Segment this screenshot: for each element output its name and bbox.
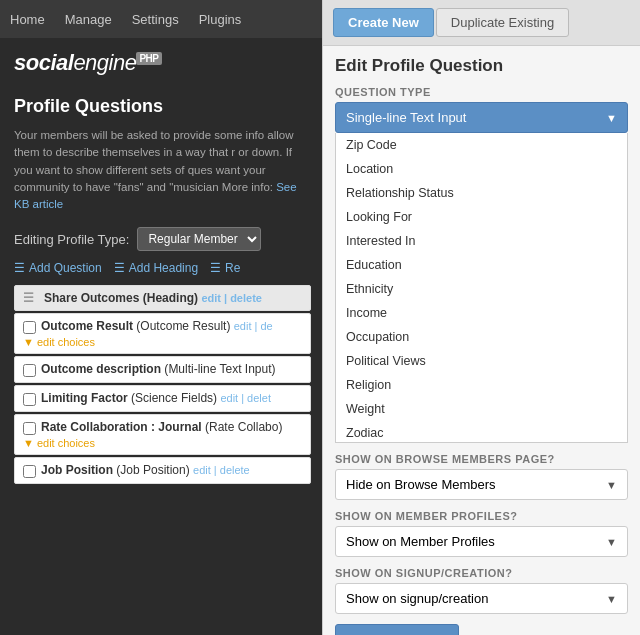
list-item: Outcome description (Multi-line Text Inp… bbox=[14, 356, 311, 383]
show-browse-label: SHOW ON BROWSE MEMBERS PAGE? bbox=[335, 453, 628, 465]
item-checkbox[interactable] bbox=[23, 422, 36, 435]
reorder-link[interactable]: ☰ Re bbox=[210, 261, 240, 275]
question-list: ☰ Share Outcomes (Heading) edit | delete… bbox=[14, 285, 311, 484]
arrow-down-icon: ▼ bbox=[23, 336, 34, 348]
add-heading-link[interactable]: ☰ Add Heading bbox=[114, 261, 198, 275]
edit-profile-question-title: Edit Profile Question bbox=[335, 56, 628, 76]
show-profiles-field: Show on Member Profiles ▼ bbox=[335, 526, 628, 557]
dropdown-list[interactable]: Zip Code Location Relationship Status Lo… bbox=[335, 133, 628, 443]
action-bar: ☰ Add Question ☰ Add Heading ☰ Re bbox=[14, 261, 311, 275]
show-signup-select[interactable]: Show on signup/creation ▼ bbox=[335, 583, 628, 614]
editing-label: Editing Profile Type: Regular Member bbox=[14, 227, 311, 251]
save-question-button[interactable]: Save Question bbox=[335, 624, 459, 635]
dropdown-item-zip-code[interactable]: Zip Code bbox=[336, 133, 627, 157]
dropdown-item-looking-for[interactable]: Looking For bbox=[336, 205, 627, 229]
dropdown-item-relationship-status[interactable]: Relationship Status bbox=[336, 181, 627, 205]
duplicate-existing-button[interactable]: Duplicate Existing bbox=[436, 8, 569, 37]
arrow-down-icon: ▼ bbox=[23, 437, 34, 449]
item-text: Outcome Result (Outcome Result) edit | d… bbox=[41, 319, 273, 333]
list-item: Job Position (Job Position) edit | delet… bbox=[14, 457, 311, 484]
add-question-icon: ☰ bbox=[14, 261, 25, 275]
page-description: Your members will be asked to provide so… bbox=[14, 127, 311, 213]
right-panel: Create New Duplicate Existing Edit Profi… bbox=[322, 0, 640, 635]
dropdown-item-education[interactable]: Education bbox=[336, 253, 627, 277]
item-checkbox[interactable] bbox=[23, 465, 36, 478]
item-text: Limiting Factor (Science Fields) edit | … bbox=[41, 391, 271, 405]
list-item: ☰ Share Outcomes (Heading) edit | delete bbox=[14, 285, 311, 311]
item-actions[interactable]: edit | delete bbox=[193, 464, 250, 476]
question-type-value: Single-line Text Input bbox=[346, 110, 466, 125]
add-question-link[interactable]: ☰ Add Question bbox=[14, 261, 102, 275]
item-checkbox[interactable] bbox=[23, 364, 36, 377]
nav-plugins[interactable]: Plugins bbox=[199, 12, 242, 27]
dropdown-item-occupation[interactable]: Occupation bbox=[336, 325, 627, 349]
edit-choices[interactable]: ▼ edit choices bbox=[23, 336, 302, 348]
question-type-wrapper: Single-line Text Input ▼ Zip Code Locati… bbox=[335, 102, 628, 443]
dropdown-item-income[interactable]: Income bbox=[336, 301, 627, 325]
list-item: Rate Collaboration : Journal (Rate Colla… bbox=[14, 414, 311, 455]
item-actions[interactable]: edit | delet bbox=[220, 392, 271, 404]
question-type-label: QUESTION TYPE bbox=[335, 86, 628, 98]
dropdown-item-religion[interactable]: Religion bbox=[336, 373, 627, 397]
item-checkbox[interactable] bbox=[23, 393, 36, 406]
show-signup-field: Show on signup/creation ▼ bbox=[335, 583, 628, 614]
show-browse-value: Hide on Browse Members bbox=[346, 477, 496, 492]
right-form: Edit Profile Question QUESTION TYPE Sing… bbox=[323, 46, 640, 635]
nav-manage[interactable]: Manage bbox=[65, 12, 112, 27]
logo: socialenginePHP bbox=[14, 50, 311, 76]
logo-area: socialenginePHP bbox=[0, 38, 325, 84]
dropdown-item-location[interactable]: Location bbox=[336, 157, 627, 181]
list-item: Limiting Factor (Science Fields) edit | … bbox=[14, 385, 311, 412]
question-type-select[interactable]: Single-line Text Input ▼ bbox=[335, 102, 628, 133]
left-content: Profile Questions Your members will be a… bbox=[0, 84, 325, 496]
item-actions[interactable]: edit | de bbox=[234, 320, 273, 332]
list-item: Outcome Result (Outcome Result) edit | d… bbox=[14, 313, 311, 354]
show-profiles-value: Show on Member Profiles bbox=[346, 534, 495, 549]
item-checkbox[interactable] bbox=[23, 321, 36, 334]
nav-settings[interactable]: Settings bbox=[132, 12, 179, 27]
create-new-button[interactable]: Create New bbox=[333, 8, 434, 37]
left-panel: Home Manage Settings Plugins socialengin… bbox=[0, 0, 325, 635]
item-text: Rate Collaboration : Journal (Rate Colla… bbox=[41, 420, 282, 434]
editing-type-select[interactable]: Regular Member bbox=[137, 227, 261, 251]
dropdown-arrow-icon: ▼ bbox=[606, 112, 617, 124]
show-browse-arrow-icon: ▼ bbox=[606, 479, 617, 491]
page-title: Profile Questions bbox=[14, 96, 311, 117]
heading-actions[interactable]: edit | delete bbox=[201, 292, 262, 304]
reorder-icon: ☰ bbox=[210, 261, 221, 275]
dropdown-item-zodiac[interactable]: Zodiac bbox=[336, 421, 627, 443]
heading-title: Share Outcomes (Heading) edit | delete bbox=[44, 291, 262, 305]
dropdown-item-ethnicity[interactable]: Ethnicity bbox=[336, 277, 627, 301]
show-profiles-arrow-icon: ▼ bbox=[606, 536, 617, 548]
nav-home[interactable]: Home bbox=[10, 12, 45, 27]
save-area: Save Question or cancel bbox=[335, 624, 628, 635]
show-signup-arrow-icon: ▼ bbox=[606, 593, 617, 605]
dropdown-item-weight[interactable]: Weight bbox=[336, 397, 627, 421]
add-heading-icon: ☰ bbox=[114, 261, 125, 275]
dropdown-item-political-views[interactable]: Political Views bbox=[336, 349, 627, 373]
top-nav: Home Manage Settings Plugins bbox=[0, 0, 325, 38]
show-profiles-select[interactable]: Show on Member Profiles ▼ bbox=[335, 526, 628, 557]
top-buttons: Create New Duplicate Existing bbox=[323, 0, 640, 46]
item-text: Outcome description (Multi-line Text Inp… bbox=[41, 362, 276, 376]
dropdown-item-interested-in[interactable]: Interested In bbox=[336, 229, 627, 253]
drag-handle-icon: ☰ bbox=[23, 291, 34, 305]
php-badge: PHP bbox=[136, 52, 161, 65]
show-profiles-label: SHOW ON MEMBER PROFILES? bbox=[335, 510, 628, 522]
show-signup-label: SHOW ON SIGNUP/CREATION? bbox=[335, 567, 628, 579]
show-signup-value: Show on signup/creation bbox=[346, 591, 488, 606]
edit-choices[interactable]: ▼ edit choices bbox=[23, 437, 302, 449]
kb-link[interactable]: See KB article bbox=[14, 181, 297, 210]
show-browse-select[interactable]: Hide on Browse Members ▼ bbox=[335, 469, 628, 500]
show-browse-field: Hide on Browse Members ▼ bbox=[335, 469, 628, 500]
item-text: Job Position (Job Position) edit | delet… bbox=[41, 463, 250, 477]
